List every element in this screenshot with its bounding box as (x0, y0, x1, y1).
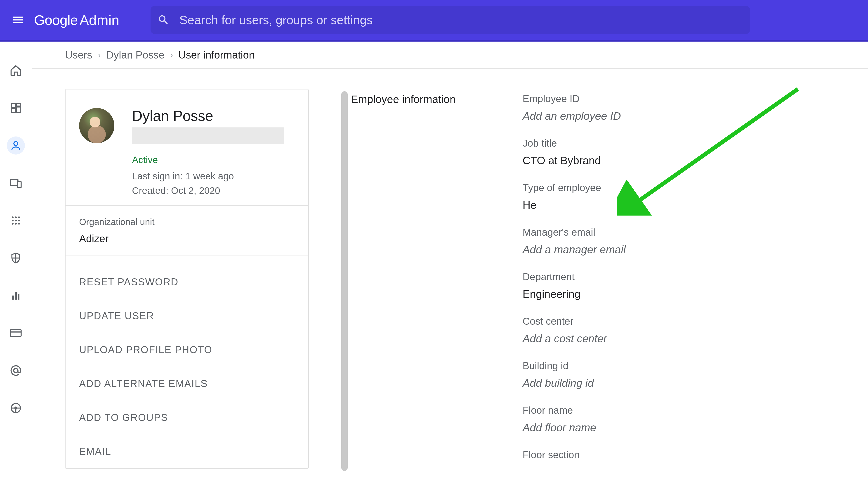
field-label: Department (522, 271, 626, 282)
field-department[interactable]: Department Engineering (522, 271, 626, 300)
left-nav (0, 42, 32, 500)
email-button[interactable]: EMAIL (79, 434, 308, 468)
upload-profile-photo-button[interactable]: UPLOAD PROFILE PHOTO (79, 333, 308, 367)
breadcrumb-item-user[interactable]: Dylan Posse (106, 49, 164, 61)
field-floor-section[interactable]: Floor section (522, 449, 626, 466)
user-status: Active (132, 155, 284, 166)
org-unit-value: Adizer (79, 232, 295, 245)
svg-point-11 (18, 223, 20, 225)
employee-info-title: Employee information (351, 93, 522, 466)
svg-point-10 (15, 223, 17, 225)
svg-rect-12 (12, 296, 14, 299)
menu-icon (12, 13, 25, 26)
search-icon (157, 13, 170, 26)
scrollbar-thumb[interactable] (341, 91, 348, 471)
employee-info-fields: Employee ID Add an employee ID Job title… (522, 93, 626, 466)
nav-reports[interactable] (7, 286, 25, 305)
user-actions: RESET PASSWORD UPDATE USER UPLOAD PROFIL… (66, 255, 308, 468)
chevron-right-icon: › (98, 50, 101, 60)
hamburger-menu-button[interactable] (4, 6, 32, 33)
svg-rect-15 (11, 329, 21, 337)
svg-point-16 (14, 368, 18, 373)
field-label: Manager's email (522, 227, 626, 238)
svg-point-8 (18, 220, 20, 221)
field-value: CTO at Bybrand (522, 154, 626, 167)
home-icon (10, 64, 22, 77)
field-job-title[interactable]: Job title CTO at Bybrand (522, 138, 626, 167)
field-manager-email[interactable]: Manager's email Add a manager email (522, 227, 626, 256)
svg-point-6 (12, 220, 13, 221)
search-bar[interactable] (150, 6, 750, 34)
field-label: Floor section (522, 449, 626, 461)
user-card: Dylan Posse Active Last sign in: 1 week … (65, 89, 309, 469)
nav-account[interactable] (7, 362, 25, 379)
app-header: Google Admin (0, 0, 868, 42)
add-to-groups-button[interactable]: ADD TO GROUPS (79, 401, 308, 434)
avatar[interactable] (79, 108, 114, 143)
nav-billing[interactable] (7, 324, 25, 342)
nav-apps[interactable] (7, 212, 25, 229)
add-alternate-emails-button[interactable]: ADD ALTERNATE EMAILS (79, 367, 308, 401)
nav-users[interactable] (7, 136, 25, 155)
steering-wheel-icon (10, 402, 22, 414)
bar-chart-icon (10, 290, 21, 301)
logo-product: Admin (80, 12, 119, 28)
dashboard-icon (10, 102, 22, 114)
main-area: Users › Dylan Posse › User information D… (32, 42, 868, 500)
at-sign-icon (10, 364, 22, 377)
nav-dashboard[interactable] (7, 99, 25, 117)
user-email-redacted (132, 127, 284, 144)
nav-security[interactable] (7, 249, 25, 267)
user-created: Created: Oct 2, 2020 (132, 185, 284, 196)
user-card-column: Dylan Posse Active Last sign in: 1 week … (32, 69, 321, 500)
svg-point-18 (15, 407, 17, 409)
product-logo[interactable]: Google Admin (34, 12, 119, 28)
svg-point-5 (18, 216, 20, 218)
nav-rules[interactable] (7, 399, 25, 417)
svg-rect-1 (11, 179, 18, 186)
field-placeholder: Add a cost center (522, 332, 626, 345)
update-user-button[interactable]: UPDATE USER (79, 299, 308, 333)
user-last-sign-in: Last sign in: 1 week ago (132, 171, 284, 182)
reset-password-button[interactable]: RESET PASSWORD (79, 265, 308, 299)
chevron-right-icon: › (170, 50, 173, 60)
devices-icon (10, 177, 22, 189)
field-label: Floor name (522, 405, 626, 416)
field-placeholder: Add floor name (522, 421, 626, 434)
user-name: Dylan Posse (132, 107, 284, 124)
shield-icon (10, 252, 22, 264)
field-cost-center[interactable]: Cost center Add a cost center (522, 316, 626, 345)
svg-rect-14 (18, 294, 20, 299)
field-employee-id[interactable]: Employee ID Add an employee ID (522, 93, 626, 122)
svg-rect-2 (18, 181, 21, 188)
svg-point-3 (12, 216, 13, 218)
field-placeholder: Add an employee ID (522, 110, 626, 122)
credit-card-icon (10, 327, 22, 339)
field-label: Job title (522, 138, 626, 149)
employee-info-panel[interactable]: Employee information Employee ID Add an … (321, 69, 868, 500)
search-input[interactable] (180, 13, 743, 27)
field-building-id[interactable]: Building id Add building id (522, 360, 626, 389)
logo-brand: Google (34, 12, 78, 28)
apps-grid-icon (10, 215, 21, 226)
breadcrumb-item-users[interactable]: Users (65, 49, 92, 61)
org-unit-label: Organizational unit (79, 217, 295, 227)
field-label: Building id (522, 360, 626, 372)
nav-devices[interactable] (7, 174, 25, 192)
svg-point-9 (12, 223, 13, 225)
org-unit-section[interactable]: Organizational unit Adizer (66, 205, 308, 255)
breadcrumb-item-current: User information (178, 49, 255, 61)
svg-point-4 (15, 216, 17, 218)
field-value: Engineering (522, 288, 626, 300)
breadcrumb: Users › Dylan Posse › User information (32, 42, 868, 69)
person-icon (10, 140, 22, 151)
field-value: He (522, 199, 626, 211)
field-type-of-employee[interactable]: Type of employee He (522, 182, 626, 211)
field-floor-name[interactable]: Floor name Add floor name (522, 405, 626, 434)
field-placeholder: Add a manager email (522, 243, 626, 256)
field-placeholder: Add building id (522, 377, 626, 389)
nav-home[interactable] (7, 61, 25, 80)
field-label: Employee ID (522, 93, 626, 104)
svg-rect-13 (15, 292, 17, 299)
svg-point-0 (14, 142, 18, 146)
